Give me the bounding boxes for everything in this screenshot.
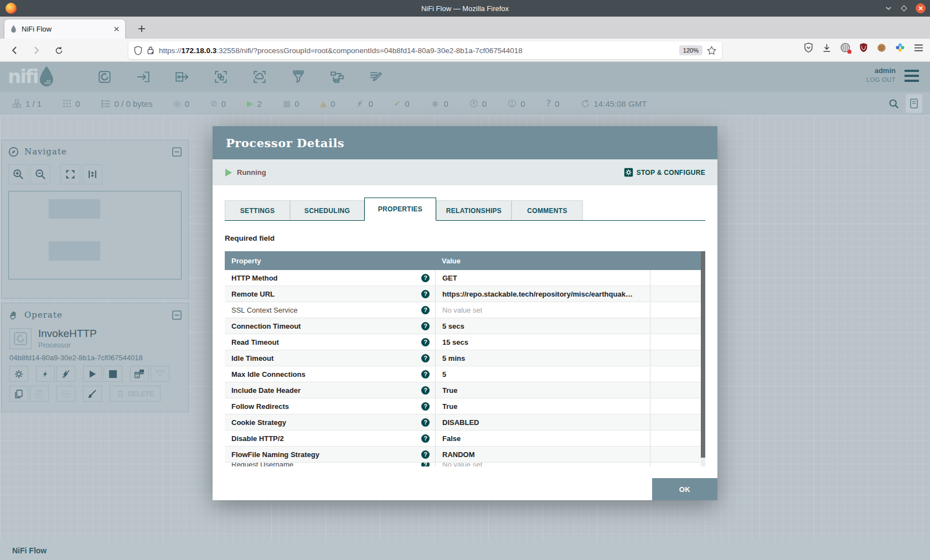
enable-lightning-button[interactable] bbox=[36, 366, 55, 382]
refresh-icon[interactable] bbox=[581, 99, 590, 108]
extension-disabled-icon[interactable] bbox=[840, 43, 850, 53]
property-row[interactable]: HTTP Method?GET bbox=[225, 270, 705, 286]
disable-lightning-button[interactable] bbox=[56, 366, 75, 382]
remote-process-group-icon[interactable] bbox=[248, 66, 271, 88]
help-icon[interactable]: ? bbox=[421, 463, 430, 466]
screen: NiFi Flow — Mozilla Firefox ✕ NiFi Flow … bbox=[0, 0, 930, 560]
funnel-icon[interactable] bbox=[287, 66, 310, 88]
property-row[interactable]: Request Username?No value set bbox=[225, 463, 705, 466]
scrollbar-thumb[interactable] bbox=[701, 251, 705, 458]
processor-icon bbox=[9, 328, 32, 349]
forward-icon[interactable] bbox=[29, 43, 44, 58]
tab-favicon-nifi-drop-icon bbox=[10, 25, 17, 33]
back-icon[interactable] bbox=[7, 43, 22, 58]
collapse-navigate-icon[interactable] bbox=[172, 147, 182, 157]
help-icon[interactable]: ? bbox=[421, 370, 430, 378]
property-row[interactable]: Read Timeout?15 secs bbox=[225, 334, 705, 350]
actual-size-button[interactable] bbox=[82, 164, 102, 184]
zoom-in-button[interactable] bbox=[8, 164, 28, 184]
tab-comments[interactable]: COMMENTS bbox=[512, 200, 583, 220]
ok-button[interactable]: OK bbox=[652, 478, 717, 500]
start-button[interactable] bbox=[83, 366, 102, 382]
table-scrollbar[interactable] bbox=[701, 251, 705, 466]
download-icon[interactable] bbox=[822, 43, 831, 53]
help-icon[interactable]: ? bbox=[421, 402, 430, 411]
status-stale: 0 bbox=[469, 98, 487, 109]
lock-icon[interactable] bbox=[147, 46, 154, 55]
property-row[interactable]: Follow Redirects?True bbox=[225, 398, 705, 414]
help-icon[interactable]: ? bbox=[421, 338, 430, 346]
stop-and-configure-button[interactable]: STOP & CONFIGURE bbox=[624, 168, 705, 177]
property-row[interactable]: FlowFile Naming Strategy?RANDOM bbox=[225, 447, 705, 463]
help-icon[interactable]: ? bbox=[421, 434, 430, 443]
minimize-icon[interactable] bbox=[885, 4, 892, 12]
shield-icon[interactable] bbox=[134, 46, 142, 55]
breadcrumb[interactable]: NiFi Flow bbox=[12, 546, 46, 555]
help-icon[interactable]: ? bbox=[421, 290, 430, 298]
status-bar: 1 / 100 / 0 bytes◎0⊘0▶2■0▲00✔0∗000?0 14:… bbox=[0, 92, 930, 115]
property-row[interactable]: Include Date Header?True bbox=[225, 382, 705, 398]
template-icon[interactable] bbox=[326, 66, 349, 88]
close-window-icon[interactable]: ✕ bbox=[916, 3, 926, 13]
menu-hamburger-icon[interactable] bbox=[914, 44, 923, 52]
tab-properties[interactable]: PROPERTIES bbox=[364, 198, 436, 221]
cookie-icon[interactable] bbox=[877, 43, 886, 53]
selected-component-id[interactable]: 04b8fd14-80a9-30e2-8b1a-7cf067544018 bbox=[9, 354, 180, 362]
url-text: https://172.18.0.3:32558/nifi/?processGr… bbox=[159, 46, 675, 55]
settings-panel-toggle[interactable] bbox=[906, 94, 922, 113]
input-port-icon[interactable] bbox=[132, 66, 155, 88]
property-row[interactable]: Disable HTTP/2?False bbox=[225, 431, 705, 447]
copy-button[interactable] bbox=[9, 386, 28, 402]
url-bar[interactable]: https://172.18.0.3:32558/nifi/?processGr… bbox=[128, 42, 722, 59]
help-icon[interactable]: ? bbox=[421, 354, 430, 362]
label-icon[interactable] bbox=[364, 66, 388, 88]
property-row[interactable]: Max Idle Connections?5 bbox=[225, 366, 705, 382]
help-icon[interactable]: ? bbox=[421, 450, 430, 459]
ublock-shield-icon[interactable] bbox=[859, 43, 868, 53]
property-row[interactable]: Connection Timeout?5 secs bbox=[225, 318, 705, 334]
stop-button[interactable] bbox=[104, 366, 122, 382]
tab-relationships[interactable]: RELATIONSHIPS bbox=[436, 200, 512, 220]
properties-table-body: HTTP Method?GETRemote URL?https://repo.s… bbox=[225, 270, 705, 466]
pinwheel-extension-icon[interactable] bbox=[895, 43, 905, 53]
color-brush-button[interactable] bbox=[83, 386, 102, 402]
help-icon[interactable]: ? bbox=[421, 322, 430, 330]
tab-settings[interactable]: SETTINGS bbox=[225, 200, 290, 220]
browser-tab[interactable]: NiFi Flow bbox=[4, 19, 125, 39]
property-row[interactable]: Remote URL?https://repo.stackable.tech/r… bbox=[225, 286, 705, 302]
zoom-level-badge[interactable]: 120% bbox=[679, 45, 702, 55]
pocket-shield-icon[interactable] bbox=[804, 43, 813, 53]
reload-icon[interactable] bbox=[51, 43, 66, 58]
process-group-icon[interactable] bbox=[209, 66, 232, 88]
zoom-out-button[interactable] bbox=[30, 164, 50, 184]
help-icon[interactable]: ? bbox=[421, 306, 430, 314]
new-tab-button[interactable] bbox=[134, 21, 149, 37]
processor-icon[interactable] bbox=[93, 66, 116, 88]
help-icon[interactable]: ? bbox=[421, 418, 430, 427]
property-row[interactable]: SSL Context Service?No value set bbox=[225, 302, 705, 318]
maximize-icon[interactable] bbox=[900, 4, 908, 12]
logout-link[interactable]: LOG OUT bbox=[866, 76, 896, 83]
birdseye-minimap[interactable] bbox=[8, 191, 182, 279]
property-column-header: Property bbox=[225, 257, 435, 265]
save-template-button[interactable] bbox=[130, 366, 149, 382]
collapse-operate-icon[interactable] bbox=[172, 310, 182, 320]
fit-view-button[interactable] bbox=[60, 164, 80, 184]
sync-failure-icon: ? bbox=[546, 100, 551, 108]
search-icon[interactable] bbox=[888, 98, 899, 109]
global-menu-icon[interactable] bbox=[903, 69, 920, 83]
help-icon[interactable]: ? bbox=[421, 274, 430, 282]
status-transmitting: ◎0 bbox=[174, 98, 189, 109]
property-row[interactable]: Idle Timeout?5 mins bbox=[225, 350, 705, 366]
output-port-icon[interactable] bbox=[170, 66, 194, 88]
minimap-component bbox=[49, 199, 100, 219]
delete-button[interactable]: DELETE bbox=[110, 386, 161, 402]
settings-gear-button[interactable] bbox=[9, 366, 28, 382]
tab-close-icon[interactable] bbox=[113, 26, 120, 32]
running-play-icon bbox=[225, 168, 232, 177]
locally-modified-icon: ∗ bbox=[431, 98, 440, 109]
bookmark-star-icon[interactable] bbox=[707, 46, 716, 55]
help-icon[interactable]: ? bbox=[421, 386, 430, 395]
property-row[interactable]: Cookie Strategy?DISABLED bbox=[225, 414, 705, 431]
tab-scheduling[interactable]: SCHEDULING bbox=[290, 200, 364, 220]
